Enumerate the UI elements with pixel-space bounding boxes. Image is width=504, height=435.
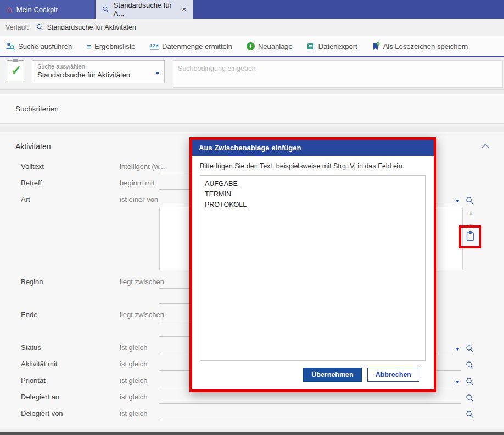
tab-bar: ⌂ Mein Cockpit Standardsuche für A... ✕ [0,0,504,19]
export-table-icon [307,42,315,50]
saved-search-check-icon: ✓ [7,60,24,82]
lookup-search-icon[interactable] [466,196,474,205]
button-label: Ergebnisliste [94,42,135,50]
search-selection-bar: ✓ Suche auswählen Standardsuche für Akti… [0,58,504,90]
operator-dropdown[interactable]: intelligent (w... [120,162,165,171]
history-item[interactable]: Standardsuche für Aktivitäten [47,24,136,31]
tab-standardsuche[interactable]: Standardsuche für A... ✕ [96,0,193,19]
search-select-value: Standardsuche für Aktivitäten [37,71,151,79]
clipboard-clip [13,59,18,62]
chevron-down-icon[interactable] [455,200,460,202]
chevron-down-icon[interactable] [455,381,460,383]
clipboard-paste-textarea[interactable]: AUFGABE TERMIN PROTOKOLL [200,175,426,361]
tab-label: Mein Cockpit [16,5,58,14]
dialog-button-row: Übernehmen Abbrechen [200,368,426,382]
lookup-search-icon[interactable] [466,361,474,369]
operator-dropdown[interactable]: liegt zwischen [120,310,164,319]
field-label: Ende [21,310,37,319]
remove-value-button[interactable]: − [468,221,473,229]
bookmark-plus-icon [372,42,380,50]
chevron-down-icon[interactable] [455,348,460,351]
form-row-delegiert-an: Delegiert an ist gleich [0,393,504,405]
cancel-button[interactable]: Abbrechen [367,368,419,382]
search-icon [36,24,43,31]
button-label: Datenexport [318,42,357,50]
save-bookmark-button[interactable]: Als Lesezeichen speichern [372,42,468,50]
list-icon: ≡ [86,42,91,51]
button-label: Als Lesezeichen speichern [383,42,468,50]
tab-mein-cockpit[interactable]: ⌂ Mein Cockpit [0,0,94,19]
operator-dropdown[interactable]: ist gleich [120,393,148,401]
dialog-title-bar[interactable]: Aus Zwischenablage einfügen [192,140,434,156]
field-label: Status [21,343,41,352]
toolbar: Suche ausführen ≡ Ergebnisliste 123 Date… [0,36,504,57]
field-label: Betreff [21,179,42,187]
text-input[interactable] [159,409,461,420]
result-list-button[interactable]: ≡ Ergebnisliste [86,42,135,51]
history-bar: Verlauf: Standardsuche für Aktivitäten [0,19,504,36]
search-icon [102,5,109,13]
chevron-up-icon[interactable] [481,143,490,149]
criteria-title: Suchkriterien [15,105,59,113]
field-label: Delegiert von [21,409,63,417]
search-select-label: Suche auswählen [37,63,151,70]
field-label: Priorität [21,376,46,385]
search-condition-input[interactable]: Suchbedingung eingeben [173,60,503,88]
window-bottom-edge [0,432,504,435]
condition-placeholder: Suchbedingung eingeben [178,65,256,72]
text-input[interactable] [159,393,461,404]
operator-dropdown[interactable]: ist gleich [120,343,148,352]
operator-dropdown[interactable]: liegt zwischen [120,278,164,286]
history-label: Verlauf: [5,24,29,31]
field-label: Aktivität mit [21,360,57,368]
home-icon: ⌂ [7,4,12,14]
operator-dropdown[interactable]: ist gleich [120,376,148,385]
count-records-button[interactable]: 123 Datenmenge ermitteln [150,42,232,50]
field-label: Art [21,195,30,204]
tab-label: Standardsuche für A... [114,1,177,18]
lookup-search-icon[interactable] [466,394,474,402]
button-label: Datenmenge ermitteln [162,42,232,50]
run-search-button[interactable]: Suche ausführen [5,42,72,50]
numbers-123-icon: 123 [150,43,159,50]
close-icon[interactable]: ✕ [182,6,187,13]
criteria-section-header: Suchkriterien [0,94,504,124]
form-row-delegiert-von: Delegiert von ist gleich [0,409,504,421]
button-label: Suche ausführen [18,42,72,50]
apply-button[interactable]: Übernehmen [303,368,361,382]
data-export-button[interactable]: Datenexport [307,42,357,50]
field-label: Beginn [21,278,43,286]
field-label: Delegiert an [21,393,59,401]
dialog-body: Bitte fügen Sie den Text, beispielsweise… [192,156,434,389]
check-icon: ✓ [11,64,21,77]
add-value-button[interactable]: + [468,210,473,218]
button-label: Neuanlage [258,42,293,50]
lookup-search-icon[interactable] [466,377,474,386]
app-window: ⌂ Mein Cockpit Standardsuche für A... ✕ … [0,0,504,435]
operator-dropdown[interactable]: beginnt mit [120,179,155,187]
lookup-search-icon[interactable] [466,410,474,419]
operator-dropdown[interactable]: ist gleich [120,409,148,417]
chevron-down-icon [155,72,160,75]
field-label: Volltext [21,162,44,171]
paste-from-clipboard-dialog: Aus Zwischenablage einfügen Bitte fügen … [189,137,436,392]
dialog-instruction: Bitte fügen Sie den Text, beispielsweise… [200,162,426,170]
person-search-icon [5,42,15,50]
lookup-search-icon[interactable] [466,344,474,353]
paste-from-clipboard-icon[interactable] [466,231,475,241]
search-select-dropdown[interactable]: Suche auswählen Standardsuche für Aktivi… [32,60,165,83]
operator-dropdown[interactable]: ist gleich [120,360,148,368]
dialog-title: Aus Zwischenablage einfügen [199,144,301,152]
plus-circle-icon: + [247,42,255,50]
operator-dropdown[interactable]: ist einer von [120,195,158,204]
activities-title: Aktivitäten [15,142,51,151]
new-record-button[interactable]: + Neuanlage [247,42,293,50]
